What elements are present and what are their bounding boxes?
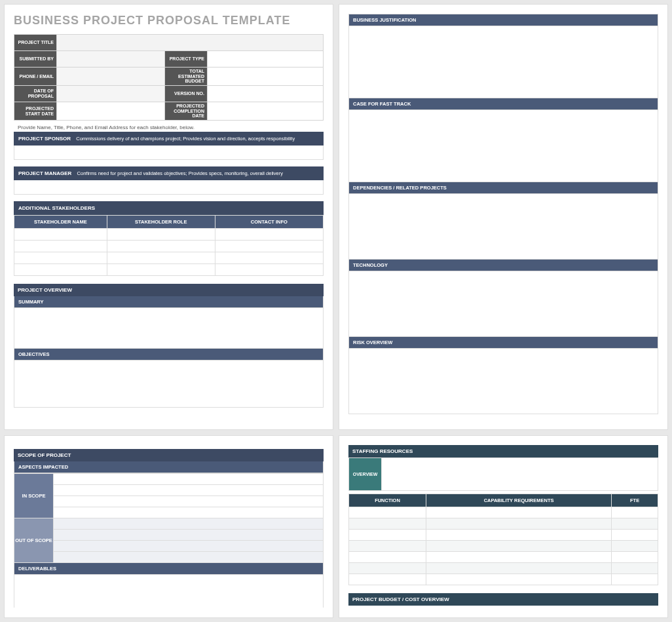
in-scope-row[interactable] — [54, 485, 324, 496]
out-scope-row[interactable] — [54, 518, 324, 530]
out-scope-row[interactable] — [54, 541, 324, 552]
input-fast-track[interactable] — [348, 110, 658, 182]
input-manager[interactable] — [14, 180, 324, 195]
input-project-type[interactable] — [208, 51, 324, 68]
input-deliverables[interactable] — [14, 575, 324, 608]
label-version: VERSION NO. — [165, 86, 208, 102]
dependencies-header: DEPENDENCIES / RELATED PROJECTS — [348, 182, 658, 194]
sponsor-label: PROJECT SPONSOR — [18, 136, 71, 142]
page-1: BUSINESS PROJECT PROPOSAL TEMPLATE PROJE… — [4, 4, 333, 430]
label-submitted-by: SUBMITTED BY — [14, 51, 57, 68]
staff-row[interactable] — [349, 574, 658, 585]
project-overview-header: PROJECT OVERVIEW — [14, 284, 324, 296]
aspects-header: ASPECTS IMPACTED — [14, 461, 324, 473]
label-projected-end: PROJECTED COMPLETION DATE — [165, 102, 208, 121]
deliverables-header: DELIVERABLES — [14, 563, 324, 575]
staff-row[interactable] — [349, 552, 658, 563]
project-meta-table: PROJECT TITLE SUBMITTED BY PROJECT TYPE … — [14, 34, 324, 121]
label-project-type: PROJECT TYPE — [165, 51, 208, 68]
project-manager-bar: PROJECT MANAGER Confirms need for projec… — [14, 166, 324, 180]
stakeholder-row[interactable] — [14, 229, 324, 241]
budget-header: PROJECT BUDGET / COST OVERVIEW — [348, 593, 658, 606]
business-justification-header: BUSINESS JUSTIFICATION — [348, 14, 658, 26]
staffing-header: STAFFING RESOURCES — [348, 445, 658, 457]
project-sponsor-bar: PROJECT SPONSOR Commissions delivery of … — [14, 132, 324, 146]
input-risk[interactable] — [348, 349, 658, 414]
summary-subhead: SUMMARY — [14, 296, 324, 308]
label-date-proposal: DATE OF PROPOSAL — [14, 86, 57, 102]
staff-row[interactable] — [349, 530, 658, 541]
staffing-overview: OVERVIEW — [348, 457, 658, 491]
stakeholder-row[interactable] — [14, 241, 324, 252]
staff-row[interactable] — [349, 518, 658, 530]
objectives-subhead: OBJECTIVES — [14, 349, 324, 360]
stakeholders-header: ADDITIONAL STAKEHOLDERS — [14, 201, 324, 215]
input-date-proposal[interactable] — [57, 86, 165, 102]
label-phone-email: PHONE / EMAIL — [14, 68, 57, 86]
label-projected-start: PROJECTED START DATE — [14, 102, 57, 121]
risk-header: RISK OVERVIEW — [348, 337, 658, 349]
staff-row[interactable] — [349, 541, 658, 552]
staff-row[interactable] — [349, 507, 658, 518]
col-capability: CAPABILITY REQUIREMENTS — [426, 494, 612, 507]
input-project-title[interactable] — [57, 35, 324, 51]
col-fte: FTE — [612, 494, 658, 507]
fast-track-header: CASE FOR FAST TRACK — [348, 98, 658, 110]
input-total-budget[interactable] — [208, 68, 324, 86]
staff-row[interactable] — [349, 563, 658, 574]
col-stakeholder-role: STAKEHOLDER ROLE — [107, 216, 215, 229]
label-out-scope: OUT OF SCOPE — [14, 518, 54, 563]
input-projected-end[interactable] — [208, 102, 324, 121]
input-dependencies[interactable] — [348, 194, 658, 260]
input-sponsor[interactable] — [14, 146, 324, 160]
scope-table: IN SCOPE OUT OF SCOPE — [14, 473, 324, 563]
out-scope-row[interactable] — [54, 530, 324, 541]
scope-header: SCOPE OF PROJECT — [14, 449, 324, 461]
input-objectives[interactable] — [14, 360, 324, 408]
col-contact-info: CONTACT INFO — [215, 216, 323, 229]
stakeholder-note: Provide Name, Title, Phone, and Email Ad… — [18, 125, 324, 130]
page-2: BUSINESS JUSTIFICATION CASE FOR FAST TRA… — [339, 4, 668, 430]
label-overview: OVERVIEW — [349, 458, 382, 491]
stakeholder-row[interactable] — [14, 264, 324, 276]
in-scope-row[interactable] — [54, 474, 324, 485]
in-scope-row[interactable] — [54, 507, 324, 518]
col-function: FUNCTION — [349, 494, 426, 507]
manager-desc: Confirms need for project and validates … — [77, 170, 283, 176]
page-4: STAFFING RESOURCES OVERVIEW FUNCTION CAP… — [339, 435, 668, 618]
input-version[interactable] — [208, 86, 324, 102]
manager-label: PROJECT MANAGER — [18, 170, 71, 176]
input-technology[interactable] — [348, 271, 658, 337]
col-stakeholder-name: STAKEHOLDER NAME — [14, 216, 107, 229]
document-title: BUSINESS PROJECT PROPOSAL TEMPLATE — [14, 14, 324, 28]
input-business-justification[interactable] — [348, 26, 658, 98]
out-scope-row[interactable] — [54, 552, 324, 563]
label-total-budget: TOTAL ESTIMATED BUDGET — [165, 68, 208, 86]
label-project-title: PROJECT TITLE — [14, 35, 57, 51]
input-projected-start[interactable] — [57, 102, 165, 121]
technology-header: TECHNOLOGY — [348, 260, 658, 271]
label-in-scope: IN SCOPE — [14, 474, 54, 518]
staffing-table: FUNCTION CAPABILITY REQUIREMENTS FTE — [348, 494, 658, 585]
sponsor-desc: Commissions delivery of and champions pr… — [76, 136, 295, 142]
input-summary[interactable] — [14, 308, 324, 349]
page-3: SCOPE OF PROJECT ASPECTS IMPACTED IN SCO… — [4, 435, 333, 618]
stakeholders-table: STAKEHOLDER NAME STAKEHOLDER ROLE CONTAC… — [14, 215, 324, 276]
input-phone-email[interactable] — [57, 68, 165, 86]
input-staffing-overview[interactable] — [382, 458, 658, 491]
in-scope-row[interactable] — [54, 496, 324, 507]
stakeholder-row[interactable] — [14, 252, 324, 264]
input-submitted-by[interactable] — [57, 51, 165, 68]
